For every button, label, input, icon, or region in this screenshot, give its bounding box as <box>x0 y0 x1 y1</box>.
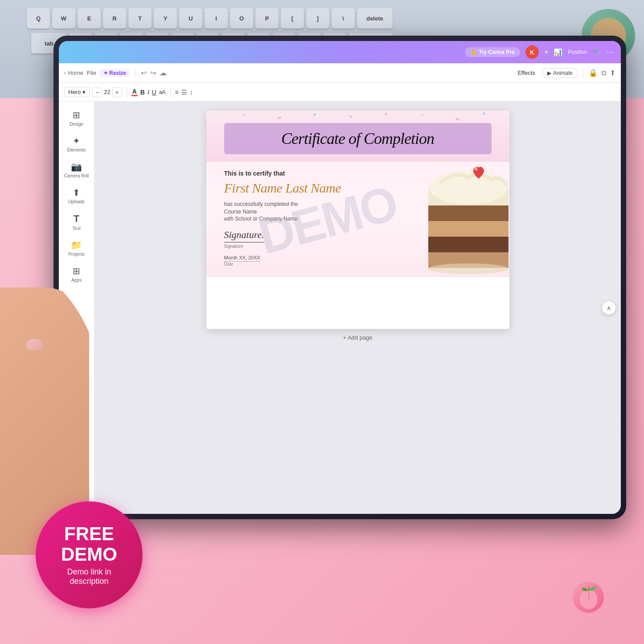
animate-label: Animate <box>553 70 573 76</box>
upload-icon[interactable]: ⬆ <box>610 69 615 77</box>
sidebar-item-camera-roll[interactable]: 📷 Camera Roll <box>61 158 92 182</box>
demo-link-text: Demo link in description <box>67 567 111 586</box>
bold-btn[interactable]: B <box>140 89 145 96</box>
key-e: E <box>78 8 101 29</box>
user-avatar[interactable]: K <box>525 45 539 59</box>
cert-body: This is to certify that First Name Last … <box>206 162 509 277</box>
cake-svg <box>397 148 509 291</box>
divider-1 <box>135 69 135 78</box>
signature-text: Signature. <box>224 229 264 242</box>
lock-icon[interactable]: 🔒 <box>589 69 598 77</box>
key-r: R <box>103 8 126 29</box>
text-formatting-toolbar: Hero ▾ − 22 + A B I U aA ≡ ☰ ↕ <box>59 83 621 102</box>
divider-4 <box>170 88 171 97</box>
svg-rect-2 <box>428 205 509 221</box>
key-bracket-r: ] <box>306 8 329 29</box>
sidebar-item-text[interactable]: T Text <box>61 209 92 234</box>
peach-svg <box>576 585 601 610</box>
align-list-btn[interactable]: ☰ <box>181 89 187 96</box>
free-demo-badge: FREE DEMO Demo link in description <box>36 501 143 608</box>
italic-btn[interactable]: I <box>148 89 149 96</box>
scroll-indicator[interactable]: ∧ <box>602 301 615 315</box>
sidebar-label-design: Design <box>70 122 83 127</box>
peach-logo <box>573 582 608 617</box>
sidebar-item-apps[interactable]: ⊞ Apps <box>61 262 92 286</box>
font-select[interactable]: Hero ▾ <box>64 87 90 97</box>
apps-icon: ⊞ <box>73 266 80 276</box>
home-nav[interactable]: ‹ Home <box>64 70 83 76</box>
sidebar-label-text: Text <box>72 226 80 231</box>
line-spacing-btn[interactable]: ↕ <box>190 89 193 96</box>
key-o: O <box>230 8 253 29</box>
sidebar-item-projects[interactable]: 📁 Projects <box>61 236 92 260</box>
design-icon: ⊞ <box>73 110 80 120</box>
free-label: FREE DEMO <box>61 524 117 565</box>
text-icon: T <box>74 213 79 225</box>
crown-icon: 👑 <box>470 49 477 55</box>
sidebar-item-design[interactable]: ⊞ Design <box>61 106 92 130</box>
sidebar-label-apps: Apps <box>71 278 82 283</box>
sidebar-label-camera: Camera Roll <box>64 173 89 178</box>
scroll-up-icon: ∧ <box>607 304 611 312</box>
demo-subtext-1: Demo link in <box>67 567 111 576</box>
key-backslash: \ <box>332 8 355 29</box>
divider-2 <box>583 69 583 78</box>
key-y: Y <box>154 8 177 29</box>
resize-star-icon: ✦ <box>103 70 108 76</box>
sidebar-item-elements[interactable]: ✦ Elements <box>61 132 92 156</box>
demo-text: DEMO <box>61 544 117 565</box>
camera-icon: 📷 <box>71 161 82 172</box>
certificate-canvas[interactable]: DEMO <box>206 111 509 329</box>
font-dropdown-icon: ▾ <box>82 89 86 95</box>
resize-label: Resize <box>109 70 126 76</box>
chevron-left-icon: ‹ <box>64 70 66 76</box>
settings-icon[interactable]: 🔧 <box>592 48 601 57</box>
font-size-value[interactable]: 22 <box>104 89 110 95</box>
text-color-btn[interactable]: A <box>131 88 138 96</box>
chart-icon[interactable]: 📊 <box>554 48 562 57</box>
key-u: U <box>179 8 202 29</box>
copy-icon[interactable]: ⧉ <box>601 69 606 77</box>
certificate-title: Certificate of Completion <box>235 129 481 148</box>
undo-btn[interactable]: ↩ <box>141 69 147 77</box>
align-center-btn[interactable]: ≡ <box>175 89 179 96</box>
svg-point-6 <box>428 263 509 274</box>
svg-line-10 <box>588 587 589 591</box>
position-label[interactable]: Position <box>568 49 587 55</box>
home-label[interactable]: Home <box>68 70 83 76</box>
key-delete: delete <box>357 8 393 29</box>
underline-btn[interactable]: U <box>152 89 156 96</box>
canvas-area[interactable]: DEMO <box>94 102 621 514</box>
fingernail <box>27 339 42 350</box>
cloud-save-icon[interactable]: ☁ <box>160 69 167 77</box>
sidebar-label-projects: Projects <box>68 252 84 257</box>
tablet-screen: 👑 Try Canva Pro K + 📊 Position 🔧 ⋯ ‹ Hom… <box>59 41 621 514</box>
font-size-decrease[interactable]: − <box>92 87 102 97</box>
cake-image <box>397 148 509 291</box>
sidebar-label-elements: Elements <box>67 148 86 152</box>
projects-icon: 📁 <box>71 240 82 250</box>
main-toolbar: ‹ Home File ✦ Resize ↩ ↪ ☁ Effects ▶ Ani… <box>59 63 621 83</box>
key-i: I <box>205 8 228 29</box>
redo-btn[interactable]: ↪ <box>150 69 156 77</box>
grid-icon[interactable]: ⋯ <box>607 48 614 57</box>
case-btn[interactable]: aA <box>159 89 166 95</box>
key-bracket-l: [ <box>281 8 304 29</box>
plus-icon[interactable]: + <box>544 48 548 56</box>
tablet: 👑 Try Canva Pro K + 📊 Position 🔧 ⋯ ‹ Hom… <box>53 36 626 519</box>
add-page-btn[interactable]: + Add page <box>343 334 372 341</box>
sidebar-item-uploads[interactable]: ⬆ Uploads <box>61 184 92 208</box>
font-size-increase[interactable]: + <box>112 87 122 97</box>
uploads-icon: ⬆ <box>73 187 80 198</box>
try-canva-pro-btn[interactable]: 👑 Try Canva Pro <box>465 47 520 57</box>
resize-btn[interactable]: ✦ Resize <box>100 69 130 77</box>
effects-btn[interactable]: Effects <box>514 68 539 78</box>
svg-rect-4 <box>428 237 509 252</box>
key-q: Q <box>27 8 50 29</box>
animate-btn[interactable]: ▶ Animate <box>542 68 578 78</box>
key-w: W <box>52 8 75 29</box>
file-menu[interactable]: File <box>87 70 96 76</box>
peach-icon <box>573 582 604 613</box>
key-t: T <box>128 8 152 29</box>
animate-play-icon: ▶ <box>547 70 551 76</box>
